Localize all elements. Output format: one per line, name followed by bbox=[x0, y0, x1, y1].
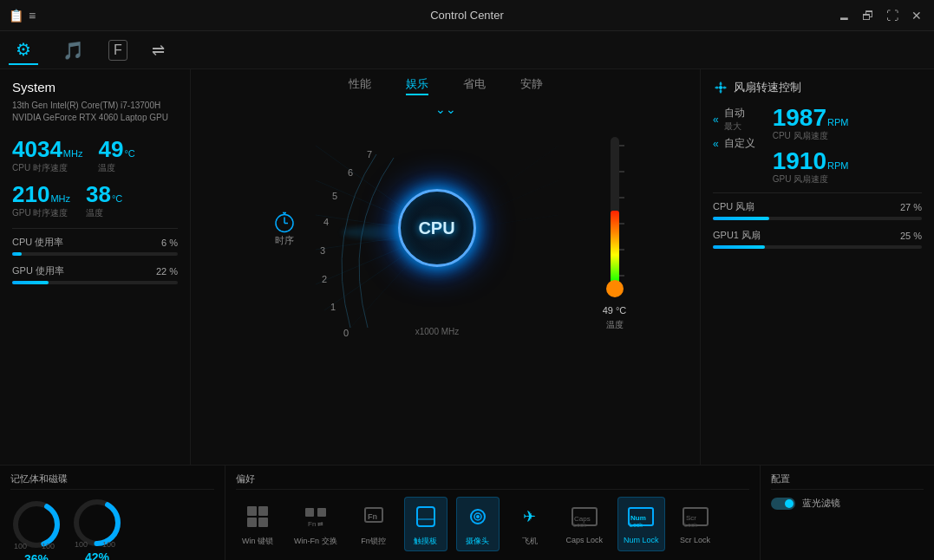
pref-camera[interactable]: 摄像头 bbox=[456, 497, 500, 551]
touchpad-label: 触摸板 bbox=[414, 536, 437, 547]
cpu-temp-unit: °C bbox=[124, 148, 134, 159]
close-button[interactable]: ✕ bbox=[908, 9, 925, 23]
svg-text:4: 4 bbox=[323, 217, 328, 227]
svg-text:100: 100 bbox=[102, 540, 115, 549]
cpu-freq-label: CPU 时序速度 bbox=[12, 162, 82, 174]
temp-gauge-svg bbox=[602, 128, 628, 302]
capslock-label: Caps Lock bbox=[566, 536, 604, 544]
top-section: System 13th Gen Intel(R) Core(TM) i7-137… bbox=[0, 69, 934, 465]
fn-lock-label: Fn锁控 bbox=[361, 536, 386, 547]
gpu-freq-block: 210 MHz GPU 时序速度 bbox=[12, 183, 70, 219]
doc-icon[interactable]: 📋 bbox=[9, 9, 23, 23]
pref-win-fn[interactable]: Fn ⇄ Win-Fn 交换 bbox=[288, 497, 343, 551]
config-panel: 配置 蓝光滤镜 bbox=[761, 466, 934, 560]
tab-audio[interactable]: 🎵 bbox=[56, 36, 91, 64]
fan-speeds: 1987 RPM CPU 风扇速度 1910 RPM GPU 风扇速度 bbox=[773, 106, 849, 186]
tab-entertainment[interactable]: 娱乐 bbox=[406, 76, 428, 95]
temp-label: 温度 bbox=[606, 319, 624, 331]
bottom-section: 记忆体和磁碟 100 100 36% RAM 16GB bbox=[0, 465, 934, 560]
scrlock-icon: Scr Lock bbox=[680, 501, 711, 532]
svg-point-59 bbox=[476, 515, 480, 518]
temp-readout: 49 °C bbox=[603, 305, 627, 316]
pref-touchpad[interactable]: 触摸板 bbox=[404, 497, 447, 551]
cpu-temp-label: 温度 bbox=[98, 162, 134, 174]
disk-pct: 42% bbox=[85, 550, 109, 560]
win-key-icon bbox=[242, 501, 273, 532]
svg-rect-45 bbox=[247, 506, 257, 516]
svg-text:100: 100 bbox=[75, 540, 88, 549]
tab-network[interactable]: ⇌ bbox=[145, 37, 172, 63]
cpu-freq-block: 4034 MHz CPU 时序速度 bbox=[12, 138, 82, 174]
svg-text:2: 2 bbox=[321, 274, 326, 284]
tab-keyboard[interactable]: F bbox=[108, 40, 127, 61]
fan-option-custom[interactable]: « 自定义 bbox=[713, 136, 755, 151]
pref-scrlock[interactable]: Scr Lock Scr Lock bbox=[674, 497, 717, 551]
svg-text:x1000 MHz: x1000 MHz bbox=[415, 327, 459, 336]
svg-text:Lock: Lock bbox=[684, 522, 697, 528]
blue-filter-config[interactable]: 蓝光滤镜 bbox=[771, 497, 924, 510]
tab-system[interactable]: ⚙ bbox=[9, 36, 38, 65]
minimize-button[interactable]: 🗕 bbox=[835, 9, 852, 23]
numlock-label: Num Lock bbox=[624, 536, 659, 544]
memory-panel: 记忆体和磁碟 100 100 36% RAM 16GB bbox=[0, 466, 225, 560]
pref-fn-lock[interactable]: Fn Fn锁控 bbox=[352, 497, 395, 551]
tab-quiet[interactable]: 安静 bbox=[520, 76, 543, 95]
cpu-fan-label: CPU 风扇速度 bbox=[773, 130, 849, 142]
fan-custom-label: 自定义 bbox=[724, 136, 755, 151]
center-panel: 性能 娱乐 省电 安静 ⌄⌄ 时序 bbox=[191, 69, 700, 465]
pref-airplane[interactable]: ✈ 飞机 bbox=[508, 497, 552, 551]
svg-point-29 bbox=[606, 280, 624, 297]
cpu-freq-unit: MHz bbox=[63, 148, 83, 159]
win-key-label: Win 键锁 bbox=[242, 536, 273, 547]
restore-button[interactable]: 🗗 bbox=[859, 9, 877, 23]
svg-rect-50 bbox=[317, 508, 326, 517]
fan-max-label: 最大 bbox=[724, 120, 745, 133]
win-fn-label: Win-Fn 交换 bbox=[294, 536, 337, 547]
airplane-icon: ✈ bbox=[514, 501, 545, 532]
gpu-temp-label: 温度 bbox=[86, 207, 122, 219]
expand-button[interactable]: ⛶ bbox=[884, 9, 901, 23]
scrlock-label: Scr Lock bbox=[680, 536, 710, 544]
tab-performance[interactable]: 性能 bbox=[349, 76, 371, 95]
pref-numlock[interactable]: Num Lock Num Lock bbox=[617, 497, 665, 551]
svg-text:Lock: Lock bbox=[630, 522, 643, 528]
blue-filter-toggle[interactable] bbox=[771, 498, 795, 510]
temp-gauge: 49 °C 温度 bbox=[602, 128, 628, 331]
pref-win-key[interactable]: Win 键锁 bbox=[236, 497, 279, 551]
camera-label: 摄像头 bbox=[466, 536, 489, 547]
fn-lock-icon: Fn bbox=[358, 501, 389, 532]
speedometer: 0 1 2 3 4 5 6 7 bbox=[298, 120, 576, 336]
title-bar: 📋 ≡ Control Center 🗕 🗗 ⛶ ✕ bbox=[0, 0, 934, 31]
gpu-usage-label: GPU 使用率 bbox=[12, 264, 64, 277]
pref-buttons: Win 键锁 Fn ⇄ Win-Fn 交换 bbox=[236, 497, 749, 551]
svg-text:1: 1 bbox=[330, 302, 335, 312]
cpu-fan-bar bbox=[713, 217, 922, 220]
svg-text:5: 5 bbox=[331, 191, 336, 201]
tab-battery[interactable]: 省电 bbox=[463, 76, 486, 95]
svg-text:Fn: Fn bbox=[368, 512, 377, 521]
list-icon[interactable]: ≡ bbox=[29, 9, 36, 23]
chevron-down-icon: ⌄⌄ bbox=[435, 102, 456, 116]
gpu-fan-pct-label: GPU1 风扇 bbox=[713, 229, 761, 242]
camera-icon bbox=[462, 501, 493, 532]
cpu-fan-speed: 1987 RPM CPU 风扇速度 bbox=[773, 106, 849, 142]
gpu-temp-unit: °C bbox=[112, 193, 122, 204]
svg-text:7: 7 bbox=[366, 149, 371, 160]
cpu-freq-value: 4034 bbox=[12, 138, 62, 160]
cpu-fan-rpm: 1987 bbox=[773, 106, 826, 130]
fan-option-auto[interactable]: « 自动 最大 bbox=[713, 106, 755, 133]
fan-auto-label: 自动 bbox=[724, 106, 745, 120]
touchpad-icon bbox=[410, 501, 441, 532]
cpu-usage-label: CPU 使用率 bbox=[12, 236, 63, 249]
svg-text:⇄: ⇄ bbox=[317, 520, 323, 528]
cpu-fan-usage-row: CPU 风扇 27 % bbox=[713, 200, 922, 213]
left-panel: System 13th Gen Intel(R) Core(TM) i7-137… bbox=[0, 69, 191, 465]
pref-capslock[interactable]: Caps Lock Caps Lock bbox=[560, 497, 610, 551]
svg-text:0: 0 bbox=[343, 328, 348, 336]
gpu-fan-unit: RPM bbox=[827, 160, 848, 171]
gpu-metrics-row: 210 MHz GPU 时序速度 38 °C 温度 bbox=[12, 183, 178, 219]
gpu-freq-label: GPU 时序速度 bbox=[12, 207, 70, 219]
memory-gauges: 100 100 36% RAM 16GB 100 100 bbox=[10, 497, 214, 560]
window-title: Control Center bbox=[430, 9, 504, 22]
svg-rect-49 bbox=[305, 508, 314, 517]
